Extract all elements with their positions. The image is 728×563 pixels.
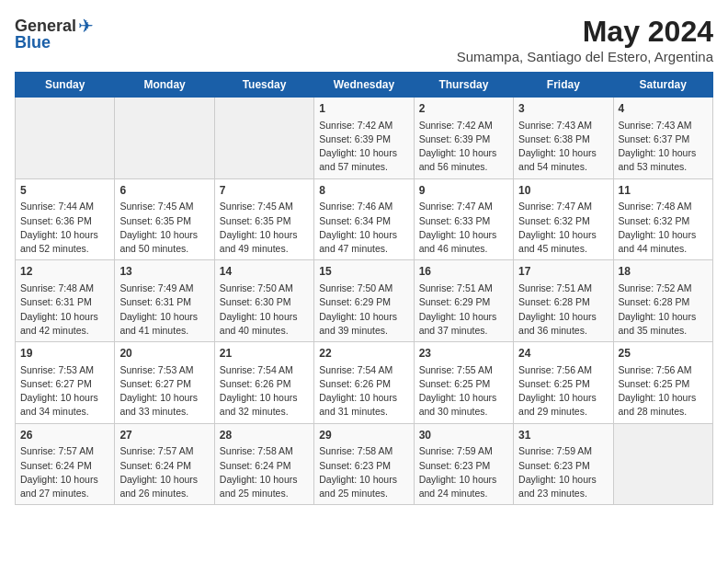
header-wednesday: Wednesday bbox=[314, 73, 414, 98]
sunset-line: Sunset: 6:26 PM bbox=[220, 377, 309, 391]
week-row-4: 19Sunrise: 7:53 AMSunset: 6:27 PMDayligh… bbox=[16, 342, 713, 424]
daylight-line: Daylight: 10 hours and 23 minutes. bbox=[518, 473, 608, 500]
sunrise-line: Sunrise: 7:54 AM bbox=[319, 363, 408, 377]
cell-w5-d5: 30Sunrise: 7:59 AMSunset: 6:23 PMDayligh… bbox=[414, 423, 513, 505]
sunrise-line: Sunrise: 7:48 AM bbox=[20, 282, 109, 295]
daylight-line: Daylight: 10 hours and 50 minutes. bbox=[119, 228, 209, 256]
sunset-line: Sunset: 6:35 PM bbox=[119, 214, 209, 228]
day-info: Sunrise: 7:57 AMSunset: 6:24 PMDaylight:… bbox=[119, 444, 209, 500]
subtitle: Sumampa, Santiago del Estero, Argentina bbox=[457, 49, 713, 64]
logo: General ✈ Blue bbox=[15, 15, 94, 52]
cell-w1-d4: 1Sunrise: 7:42 AMSunset: 6:39 PMDaylight… bbox=[314, 98, 414, 179]
daylight-line: Daylight: 10 hours and 39 minutes. bbox=[319, 310, 408, 338]
week-row-2: 5Sunrise: 7:44 AMSunset: 6:36 PMDaylight… bbox=[16, 178, 713, 260]
main-title: May 2024 bbox=[457, 15, 713, 49]
daylight-line: Daylight: 10 hours and 44 minutes. bbox=[619, 228, 708, 256]
day-info: Sunrise: 7:45 AMSunset: 6:35 PMDaylight:… bbox=[220, 200, 309, 256]
sunrise-line: Sunrise: 7:50 AM bbox=[319, 282, 408, 295]
calendar-header-row: SundayMondayTuesdayWednesdayThursdayFrid… bbox=[16, 73, 713, 98]
daylight-line: Daylight: 10 hours and 53 minutes. bbox=[619, 146, 708, 174]
daylight-line: Daylight: 10 hours and 47 minutes. bbox=[319, 228, 408, 256]
day-number: 31 bbox=[518, 428, 608, 443]
sunset-line: Sunset: 6:23 PM bbox=[518, 459, 608, 473]
day-number: 17 bbox=[518, 264, 608, 280]
cell-w2-d6: 10Sunrise: 7:47 AMSunset: 6:32 PMDayligh… bbox=[514, 178, 613, 260]
sunset-line: Sunset: 6:24 PM bbox=[20, 459, 109, 473]
day-info: Sunrise: 7:46 AMSunset: 6:34 PMDaylight:… bbox=[319, 200, 408, 256]
cell-w1-d7: 4Sunrise: 7:43 AMSunset: 6:37 PMDaylight… bbox=[613, 98, 712, 179]
sunset-line: Sunset: 6:28 PM bbox=[518, 295, 608, 309]
sunrise-line: Sunrise: 7:42 AM bbox=[319, 119, 408, 132]
sunset-line: Sunset: 6:25 PM bbox=[518, 377, 608, 391]
sunset-line: Sunset: 6:36 PM bbox=[20, 214, 109, 228]
sunset-line: Sunset: 6:23 PM bbox=[419, 459, 508, 473]
header-friday: Friday bbox=[514, 73, 613, 98]
sunset-line: Sunset: 6:23 PM bbox=[319, 459, 408, 473]
daylight-line: Daylight: 10 hours and 31 minutes. bbox=[319, 391, 408, 419]
sunset-line: Sunset: 6:24 PM bbox=[119, 459, 209, 473]
day-number: 29 bbox=[319, 428, 408, 443]
cell-w4-d2: 20Sunrise: 7:53 AMSunset: 6:27 PMDayligh… bbox=[115, 342, 214, 424]
sunrise-line: Sunrise: 7:42 AM bbox=[419, 119, 508, 132]
daylight-line: Daylight: 10 hours and 34 minutes. bbox=[20, 391, 109, 419]
sunset-line: Sunset: 6:26 PM bbox=[319, 377, 408, 391]
daylight-line: Daylight: 10 hours and 30 minutes. bbox=[419, 391, 508, 419]
day-info: Sunrise: 7:47 AMSunset: 6:33 PMDaylight:… bbox=[419, 200, 508, 256]
day-info: Sunrise: 7:51 AMSunset: 6:29 PMDaylight:… bbox=[419, 282, 508, 338]
day-number: 30 bbox=[419, 428, 508, 443]
title-block: May 2024 Sumampa, Santiago del Estero, A… bbox=[457, 15, 713, 64]
sunrise-line: Sunrise: 7:59 AM bbox=[419, 444, 508, 458]
cell-w2-d5: 9Sunrise: 7:47 AMSunset: 6:33 PMDaylight… bbox=[414, 178, 513, 260]
sunrise-line: Sunrise: 7:45 AM bbox=[220, 200, 309, 213]
daylight-line: Daylight: 10 hours and 42 minutes. bbox=[20, 310, 109, 338]
sunset-line: Sunset: 6:32 PM bbox=[518, 214, 608, 228]
sunrise-line: Sunrise: 7:50 AM bbox=[220, 282, 309, 295]
day-number: 21 bbox=[220, 346, 309, 362]
day-info: Sunrise: 7:51 AMSunset: 6:28 PMDaylight:… bbox=[518, 282, 608, 338]
day-number: 14 bbox=[220, 264, 309, 280]
sunrise-line: Sunrise: 7:59 AM bbox=[518, 444, 608, 458]
sunset-line: Sunset: 6:27 PM bbox=[119, 377, 209, 391]
day-number: 28 bbox=[220, 428, 309, 443]
day-info: Sunrise: 7:59 AMSunset: 6:23 PMDaylight:… bbox=[419, 444, 508, 500]
sunset-line: Sunset: 6:25 PM bbox=[619, 377, 708, 391]
sunset-line: Sunset: 6:39 PM bbox=[319, 132, 408, 146]
sunrise-line: Sunrise: 7:54 AM bbox=[220, 363, 309, 377]
daylight-line: Daylight: 10 hours and 49 minutes. bbox=[220, 228, 309, 256]
sunrise-line: Sunrise: 7:56 AM bbox=[518, 363, 608, 377]
day-number: 1 bbox=[319, 101, 408, 117]
day-info: Sunrise: 7:56 AMSunset: 6:25 PMDaylight:… bbox=[619, 363, 708, 419]
cell-w1-d6: 3Sunrise: 7:43 AMSunset: 6:38 PMDaylight… bbox=[514, 98, 613, 179]
week-row-1: 1Sunrise: 7:42 AMSunset: 6:39 PMDaylight… bbox=[16, 98, 713, 179]
day-info: Sunrise: 7:53 AMSunset: 6:27 PMDaylight:… bbox=[20, 363, 109, 419]
day-info: Sunrise: 7:55 AMSunset: 6:25 PMDaylight:… bbox=[419, 363, 508, 419]
day-info: Sunrise: 7:42 AMSunset: 6:39 PMDaylight:… bbox=[419, 119, 508, 175]
sunrise-line: Sunrise: 7:57 AM bbox=[119, 444, 209, 458]
sunset-line: Sunset: 6:33 PM bbox=[419, 214, 508, 228]
day-number: 12 bbox=[20, 264, 109, 280]
cell-w5-d6: 31Sunrise: 7:59 AMSunset: 6:23 PMDayligh… bbox=[514, 423, 613, 505]
day-info: Sunrise: 7:58 AMSunset: 6:24 PMDaylight:… bbox=[220, 444, 309, 500]
sunset-line: Sunset: 6:29 PM bbox=[319, 295, 408, 309]
daylight-line: Daylight: 10 hours and 37 minutes. bbox=[419, 310, 508, 338]
sunrise-line: Sunrise: 7:44 AM bbox=[20, 200, 109, 213]
logo-blue: Blue bbox=[15, 33, 51, 52]
sunrise-line: Sunrise: 7:43 AM bbox=[518, 119, 608, 132]
calendar-table: SundayMondayTuesdayWednesdayThursdayFrid… bbox=[15, 72, 713, 505]
cell-w3-d2: 13Sunrise: 7:49 AMSunset: 6:31 PMDayligh… bbox=[115, 260, 214, 342]
day-info: Sunrise: 7:44 AMSunset: 6:36 PMDaylight:… bbox=[20, 200, 109, 256]
sunrise-line: Sunrise: 7:57 AM bbox=[20, 444, 109, 458]
sunrise-line: Sunrise: 7:55 AM bbox=[419, 363, 508, 377]
header-tuesday: Tuesday bbox=[214, 73, 313, 98]
day-number: 22 bbox=[319, 346, 408, 362]
day-info: Sunrise: 7:59 AMSunset: 6:23 PMDaylight:… bbox=[518, 444, 608, 500]
daylight-line: Daylight: 10 hours and 33 minutes. bbox=[119, 391, 209, 419]
sunrise-line: Sunrise: 7:45 AM bbox=[119, 200, 209, 213]
sunrise-line: Sunrise: 7:58 AM bbox=[220, 444, 309, 458]
day-number: 20 bbox=[119, 346, 209, 362]
sunset-line: Sunset: 6:31 PM bbox=[20, 295, 109, 309]
daylight-line: Daylight: 10 hours and 45 minutes. bbox=[518, 228, 608, 256]
sunrise-line: Sunrise: 7:48 AM bbox=[619, 200, 708, 213]
day-info: Sunrise: 7:57 AMSunset: 6:24 PMDaylight:… bbox=[20, 444, 109, 500]
sunrise-line: Sunrise: 7:52 AM bbox=[619, 282, 708, 295]
